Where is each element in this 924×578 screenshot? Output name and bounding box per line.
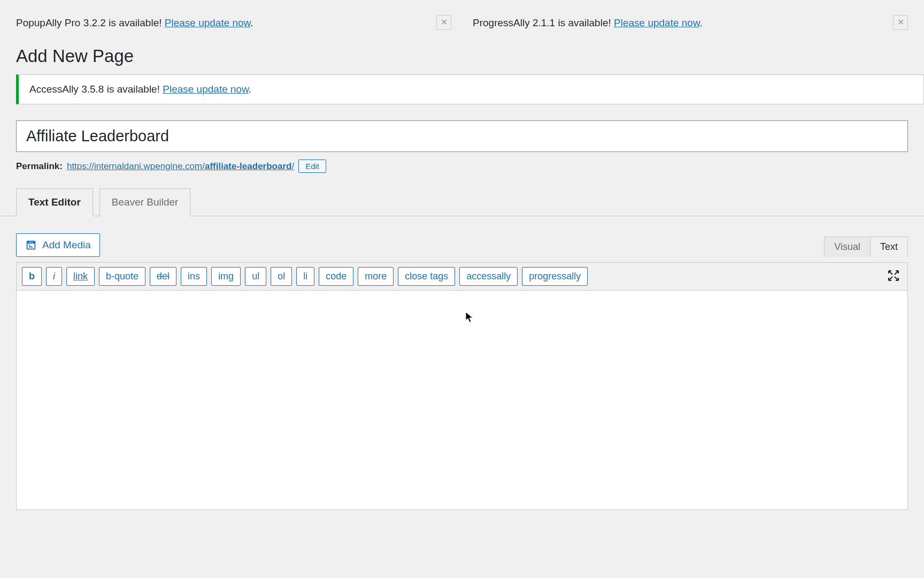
qt-italic[interactable]: i [46, 267, 62, 286]
notice-text: AccessAlly 3.5.8 is available! [29, 83, 163, 95]
permalink-url[interactable]: https://internaldani.wpengine.com/affili… [67, 161, 294, 172]
add-media-button[interactable]: Add Media [16, 233, 100, 257]
media-row: Add Media Visual Text [0, 216, 924, 262]
permalink-trail: / [291, 161, 294, 171]
svg-point-0 [29, 245, 30, 247]
permalink-slug: affiliate-leaderboard [205, 161, 292, 171]
page-title: Add New Page [0, 35, 924, 74]
tab-text[interactable]: Text [871, 237, 908, 257]
popupally-notice: PopupAlly Pro 3.2.2 is available! Please… [16, 11, 451, 35]
progressally-notice: ProgressAlly 2.1.1 is available! Please … [473, 11, 908, 35]
update-link[interactable]: Please update now [163, 83, 249, 95]
suffix: . [700, 17, 703, 28]
suffix: . [249, 83, 251, 95]
notice-text: PopupAlly Pro 3.2.2 is available! [16, 17, 165, 28]
qt-bold[interactable]: b [22, 267, 42, 286]
edit-permalink-button[interactable]: Edit [298, 159, 326, 173]
notice-text: ProgressAlly 2.1.1 is available! [473, 17, 614, 28]
update-link[interactable]: Please update now [614, 17, 700, 28]
qt-bquote[interactable]: b-quote [99, 267, 145, 286]
fullscreen-icon [887, 269, 900, 282]
qt-progressally[interactable]: progressally [522, 267, 588, 286]
qt-img[interactable]: img [211, 267, 241, 286]
qt-code[interactable]: code [319, 267, 353, 286]
qt-close-tags[interactable]: close tags [398, 267, 455, 286]
media-icon [25, 239, 37, 251]
permalink-base: https://internaldani.wpengine.com/ [67, 161, 205, 171]
editor-tabs: Text Editor Beaver Builder [0, 173, 924, 216]
qt-more[interactable]: more [358, 267, 394, 286]
top-notices: PopupAlly Pro 3.2.2 is available! Please… [0, 0, 924, 35]
close-icon[interactable]: ✕ [436, 15, 451, 30]
qt-ul[interactable]: ul [245, 267, 266, 286]
update-link[interactable]: Please update now [165, 17, 251, 28]
tab-beaver-builder[interactable]: Beaver Builder [99, 188, 191, 216]
qt-del[interactable]: del [150, 267, 176, 286]
content-textarea[interactable] [16, 291, 908, 510]
permalink-label: Permalink: [16, 161, 63, 172]
qt-ol[interactable]: ol [271, 267, 292, 286]
qt-accessally[interactable]: accessally [459, 267, 518, 286]
page-title-input[interactable] [16, 120, 908, 152]
accessally-notice: AccessAlly 3.5.8 is available! Please up… [16, 74, 924, 104]
tab-visual[interactable]: Visual [824, 237, 871, 257]
qt-link[interactable]: link [66, 267, 95, 286]
quicktags-toolbar: b i link b-quote del ins img ul ol li co… [16, 262, 908, 291]
add-media-label: Add Media [42, 239, 91, 251]
close-icon[interactable]: ✕ [893, 15, 908, 30]
title-wrap [0, 104, 924, 152]
qt-ins[interactable]: ins [181, 267, 207, 286]
view-tabs: Visual Text [824, 237, 908, 257]
fullscreen-button[interactable] [885, 267, 902, 286]
suffix: . [250, 17, 253, 28]
tab-text-editor[interactable]: Text Editor [16, 188, 93, 216]
permalink-row: Permalink: https://internaldani.wpengine… [0, 152, 924, 173]
qt-li[interactable]: li [296, 267, 314, 286]
